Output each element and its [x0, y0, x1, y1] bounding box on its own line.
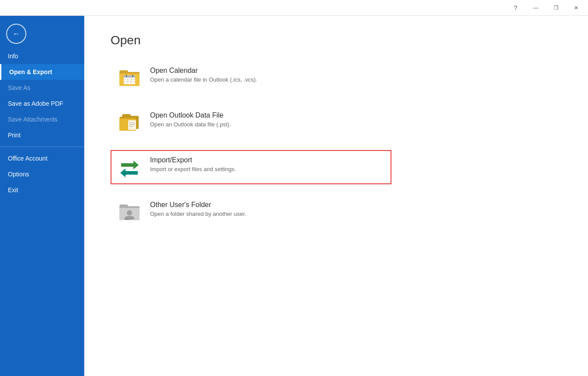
- sidebar-divider: [0, 147, 84, 147]
- svg-rect-12: [128, 120, 136, 130]
- import-export-title: Import/Export: [150, 156, 236, 164]
- option-other-user-folder[interactable]: Other User's Folder Open a folder shared…: [111, 195, 391, 229]
- sidebar-item-exit[interactable]: Exit: [0, 182, 84, 198]
- title-bar: ? — ❐ ✕: [0, 0, 588, 16]
- option-open-outlook-data[interactable]: Open Outlook Data File Open an Outlook d…: [111, 105, 391, 140]
- open-outlook-data-icon: [118, 111, 141, 134]
- sidebar-item-open-export[interactable]: Open & Export: [0, 64, 84, 80]
- open-outlook-data-text: Open Outlook Data File Open an Outlook d…: [150, 111, 231, 128]
- sidebar: ← Info Open & Export Save As Save as Ado…: [0, 16, 84, 376]
- help-button[interactable]: ?: [506, 0, 526, 16]
- sidebar-item-info[interactable]: Info: [0, 48, 84, 64]
- option-import-export[interactable]: Import/Export Import or export files and…: [111, 150, 391, 184]
- other-user-folder-title: Other User's Folder: [150, 201, 246, 209]
- minimize-button[interactable]: —: [526, 0, 546, 16]
- other-user-folder-text: Other User's Folder Open a folder shared…: [150, 200, 246, 217]
- main-layout: ← Info Open & Export Save As Save as Ado…: [0, 16, 588, 376]
- sidebar-item-office-account[interactable]: Office Account: [0, 150, 84, 166]
- option-open-calendar[interactable]: Open Calendar Open a calendar file in Ou…: [111, 61, 391, 95]
- open-outlook-data-title: Open Outlook Data File: [150, 111, 231, 119]
- content-area: Open: [84, 16, 588, 376]
- import-export-text: Import/Export Import or export files and…: [150, 155, 236, 172]
- close-button[interactable]: ✕: [566, 0, 586, 16]
- page-title: Open: [111, 33, 562, 47]
- open-calendar-icon: [118, 66, 141, 90]
- other-user-folder-desc: Open a folder shared by another user.: [150, 211, 246, 217]
- open-outlook-data-desc: Open an Outlook data file (.pst).: [150, 121, 231, 128]
- other-user-folder-icon: [118, 200, 141, 224]
- svg-point-18: [127, 210, 132, 215]
- sidebar-item-save-adobe[interactable]: Save as Adobe PDF: [0, 96, 84, 111]
- sidebar-item-save-as: Save As: [0, 80, 84, 96]
- back-button[interactable]: ←: [6, 24, 26, 44]
- import-export-icon: [118, 155, 141, 179]
- svg-rect-3: [124, 75, 135, 78]
- open-calendar-text: Open Calendar Open a calendar file in Ou…: [150, 66, 257, 83]
- sidebar-item-print[interactable]: Print: [0, 127, 84, 143]
- sidebar-item-save-attachments: Save Attachments: [0, 111, 84, 127]
- maximize-button[interactable]: ❐: [546, 0, 566, 16]
- import-export-desc: Import or export files and settings.: [150, 166, 236, 172]
- sidebar-item-options[interactable]: Options: [0, 166, 84, 182]
- open-calendar-desc: Open a calendar file in Outlook (.ics, .…: [150, 76, 257, 83]
- open-calendar-title: Open Calendar: [150, 67, 257, 75]
